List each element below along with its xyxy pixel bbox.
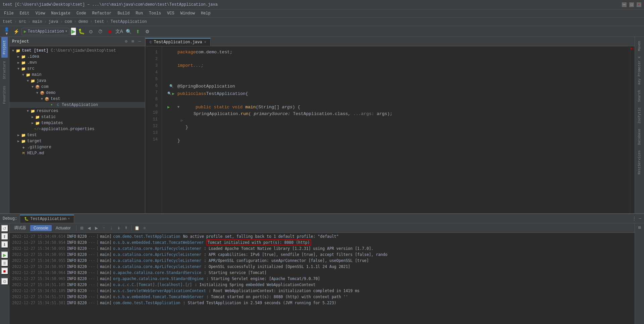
menu-tools[interactable]: Tools (146, 10, 164, 16)
toolbar-run-config-btn[interactable]: 👤▼ (3, 28, 11, 36)
panel-expand-btn[interactable]: ⊞ (130, 39, 136, 44)
console-down-btn[interactable]: ↓ (108, 225, 115, 231)
tree-item-demo[interactable]: ▼ 📦 demo (9, 90, 145, 96)
tree-item-helpmd[interactable]: ▶ M HELP.md (9, 150, 145, 156)
console-tab-actuator[interactable]: Actuator (52, 225, 74, 231)
tree-item-target[interactable]: ▶ 📁 target (9, 138, 145, 144)
bottom-expand-icon[interactable]: ⊞ (638, 225, 641, 230)
console-prev-btn[interactable]: ◀ (86, 225, 93, 231)
tree-item-templates[interactable]: ▶ 📁 templates (9, 120, 145, 126)
translate-button[interactable]: 文A (115, 28, 123, 36)
panel-settings-btn[interactable]: ⚙ (123, 39, 129, 44)
tree-item-root[interactable]: ▼ 📁 tset [test] C:\Users\jiadw\Desktop\t… (9, 48, 145, 54)
menu-navigate[interactable]: Navigate (48, 10, 73, 16)
menu-vcs[interactable]: VCS (164, 10, 177, 16)
tree-item-static[interactable]: ▶ 📁 static (9, 114, 145, 120)
menu-edit[interactable]: Edit (17, 10, 32, 16)
nav-crumb-com[interactable]: com (65, 19, 72, 24)
tree-item-gitignore[interactable]: ▶ ◆ .gitignore (9, 144, 145, 150)
nav-crumb-main[interactable]: main (33, 19, 42, 24)
right-tab-database[interactable]: Database (637, 126, 642, 148)
tree-item-src[interactable]: ▼ 📁 src (9, 66, 145, 72)
tree-item-java[interactable]: ▼ 📁 java (9, 78, 145, 84)
panel-close-btn[interactable]: ─ (137, 39, 142, 44)
search-icon-line7[interactable]: 🔍 (167, 91, 171, 97)
run-configuration[interactable]: ▶ TestApplication ▼ (21, 28, 69, 35)
debug-step-over-btn[interactable]: ▶ (1, 251, 8, 259)
tree-item-appprops[interactable]: ▶ </> application.properties (9, 126, 145, 132)
debug-minimize-btn[interactable]: ─ (639, 216, 641, 221)
menu-build[interactable]: Build (115, 10, 132, 16)
settings-button[interactable]: ⚙ (143, 28, 151, 36)
tree-item-main[interactable]: ▼ 📁 main (9, 72, 145, 78)
fold-icon-line9[interactable]: ▼ (177, 104, 179, 111)
console-tab-debugger[interactable]: 调试器 (11, 224, 30, 231)
nav-crumb-demo[interactable]: demo (78, 19, 88, 24)
console-scroll-end-btn[interactable]: ↡ (115, 225, 122, 231)
console-format-btn[interactable]: ≡ (141, 225, 148, 231)
console-clear-btn[interactable]: ⊠ (78, 225, 85, 231)
debug-run-button[interactable]: 🐛 (77, 28, 86, 36)
right-tab-search[interactable]: Search (637, 87, 642, 105)
search-icon-line6[interactable]: 🔍 (167, 83, 175, 91)
console-output[interactable]: 2022-12-27 15:34:49.614 INFO 8220 --- [ … (9, 233, 635, 324)
right-tab-rest[interactable]: RestServices (637, 148, 642, 177)
debug-tab-main[interactable]: 🐛 TestApplication × (20, 215, 74, 223)
console-copy-btn[interactable]: 📋 (134, 225, 141, 231)
debug-settings-btn[interactable]: ⚙ (1, 278, 8, 285)
minimize-button[interactable]: ─ (622, 2, 627, 7)
close-button[interactable]: × (637, 2, 641, 7)
console-next-btn[interactable]: ▶ (93, 225, 100, 231)
tree-item-test-pkg[interactable]: ▼ 📦 test (9, 96, 145, 102)
tree-item-testapp[interactable]: ▶ ● C TestApplication (9, 102, 145, 108)
nav-crumb-class[interactable]: TestApplication (111, 19, 147, 24)
toolbar-build-btn[interactable]: ⚡ (12, 28, 20, 36)
debug-stop-btn[interactable]: ■ (1, 267, 8, 275)
debug-scroll-down-btn[interactable]: ⬇ (1, 241, 8, 248)
right-tab-maven[interactable]: Maven (637, 38, 642, 54)
left-tab-favorites[interactable]: Favorites (1, 83, 8, 107)
console-up-btn[interactable]: ↑ (101, 225, 107, 231)
editor-tab-testapp[interactable]: C TestApplication.java × (145, 38, 211, 46)
run-config-chevron: ▼ (65, 30, 67, 33)
debug-tab-close[interactable]: × (68, 217, 70, 221)
code-content[interactable]: package com.demo.test; import ...; (162, 46, 635, 213)
right-tab-zoolytic[interactable]: ZooTytic (637, 105, 642, 126)
fold-icon-line11[interactable]: ▷ (181, 117, 183, 124)
debug-more-btn[interactable]: ⋮ (632, 216, 636, 221)
menu-refactor[interactable]: Refactor (90, 10, 114, 16)
search-button[interactable]: 🔍 (124, 28, 132, 36)
menu-run[interactable]: Run (133, 10, 146, 16)
left-tab-structure[interactable]: Structure (1, 58, 8, 83)
nav-crumb-tset[interactable]: tset (3, 19, 12, 24)
run-button[interactable]: ▶ (71, 28, 76, 35)
menu-file[interactable]: File (1, 10, 16, 16)
run-icon-line9[interactable]: ▶ (167, 104, 170, 111)
coverage-button[interactable]: ⊙ (87, 28, 95, 36)
debug-restart-btn[interactable]: ↺ (1, 225, 8, 232)
left-tab-project[interactable]: Project (1, 37, 8, 58)
tree-item-test-folder[interactable]: ▶ 📁 test (9, 132, 145, 138)
update-button[interactable]: ⬆ (134, 28, 142, 36)
tree-item-mvn[interactable]: ▶ 📁 .mvn (9, 60, 145, 66)
stop-button[interactable]: ■ (106, 28, 114, 36)
menu-window[interactable]: Window (178, 10, 198, 16)
tree-item-idea[interactable]: ▶ 📁 .idea (9, 54, 145, 60)
menu-code[interactable]: Code (74, 10, 89, 16)
menu-help[interactable]: Help (198, 10, 213, 16)
debug-pause-btn[interactable]: ⏸ (1, 259, 8, 267)
right-tab-key-promoter[interactable]: Key Promoter X (637, 54, 642, 87)
editor-tab-close[interactable]: × (204, 41, 206, 44)
menu-view[interactable]: View (33, 10, 48, 16)
tree-item-resources[interactable]: ▼ 📁 resources (9, 108, 145, 114)
nav-crumb-src[interactable]: src (19, 19, 26, 24)
nav-crumb-test[interactable]: test (95, 19, 104, 24)
profiler-button[interactable]: ⏱ (96, 28, 104, 36)
run-icon-line7[interactable]: ▶ (172, 91, 174, 97)
debug-scroll-up-btn[interactable]: ⬆ (1, 233, 8, 240)
console-tab-console[interactable]: Console (30, 225, 52, 231)
tree-item-com[interactable]: ▼ 📦 com (9, 84, 145, 90)
maximize-button[interactable]: □ (629, 2, 634, 7)
console-scroll-start-btn[interactable]: ↟ (123, 225, 129, 231)
nav-crumb-java[interactable]: java (49, 19, 58, 24)
